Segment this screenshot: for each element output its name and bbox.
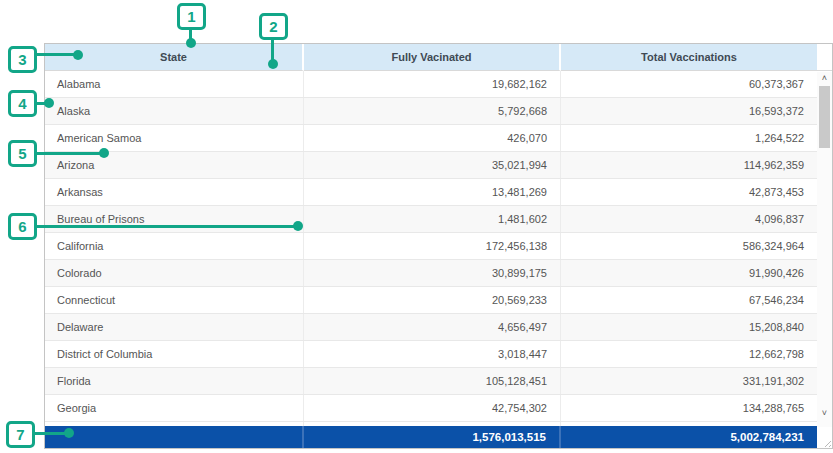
table-row[interactable]: Arizona 35,021,994 114,962,359 (45, 152, 817, 179)
table-row[interactable]: Alabama 19,682,162 60,373,367 (45, 71, 817, 98)
cell-total-vaccinations: 91,990,426 (561, 260, 817, 286)
cell-fully-vaccinated: 35,021,994 (304, 152, 561, 178)
cell-state: Georgia (45, 395, 304, 421)
cell-total-vaccinations: 586,324,964 (561, 233, 817, 259)
total-total-vaccinations: 5,002,784,231 (561, 426, 817, 448)
cell-total-vaccinations: 15,208,840 (561, 314, 817, 340)
scroll-down-icon[interactable]: ˅ (817, 407, 832, 419)
table-row[interactable]: District of Columbia 3,018,447 12,662,79… (45, 341, 817, 368)
cell-fully-vaccinated: 3,018,447 (304, 341, 561, 367)
table-row[interactable]: Florida 105,128,451 331,191,302 (45, 368, 817, 395)
callout-4: 4 (8, 90, 37, 117)
vertical-scrollbar[interactable]: ˄ ˅ (817, 72, 832, 427)
cell-fully-vaccinated: 19,682,162 (304, 71, 561, 97)
cell-state: Alabama (45, 71, 304, 97)
scrollbar-thumb[interactable] (819, 86, 830, 148)
callout-5-dot (99, 148, 109, 158)
cell-total-vaccinations: 12,662,798 (561, 341, 817, 367)
cell-total-vaccinations: 1,264,522 (561, 125, 817, 151)
cell-fully-vaccinated: 105,128,451 (304, 368, 561, 394)
cell-fully-vaccinated: 426,070 (304, 125, 561, 151)
cell-state: American Samoa (45, 125, 304, 151)
cell-total-vaccinations: 67,546,234 (561, 287, 817, 313)
callout-5-line (36, 152, 106, 155)
cell-state: California (45, 233, 304, 259)
table-row[interactable]: California 172,456,138 586,324,964 (45, 233, 817, 260)
vaccinations-table: State Fully Vacinated Total Vaccinations… (44, 43, 833, 449)
scroll-up-icon[interactable]: ˄ (817, 72, 832, 84)
cell-fully-vaccinated: 13,481,269 (304, 179, 561, 205)
callout-3-dot (73, 50, 83, 60)
cell-state: Delaware (45, 314, 304, 340)
header-scrollbar-spacer (817, 44, 832, 71)
table-row[interactable]: Arkansas 13,481,269 42,873,453 (45, 179, 817, 206)
cell-fully-vaccinated: 172,456,138 (304, 233, 561, 259)
table-body: Alabama 19,682,162 60,373,367 Alaska 5,7… (45, 71, 832, 422)
callout-1: 1 (177, 3, 206, 30)
cell-total-vaccinations: 16,593,372 (561, 98, 817, 124)
resize-grip-icon[interactable] (822, 438, 831, 447)
cell-total-vaccinations: 4,096,837 (561, 206, 817, 232)
cell-fully-vaccinated: 4,656,497 (304, 314, 561, 340)
callout-7-dot (64, 428, 74, 438)
cell-state: Bureau of Prisons (45, 206, 304, 232)
table-header-row: State Fully Vacinated Total Vaccinations (45, 44, 832, 71)
callout-2-dot (268, 59, 278, 69)
cell-total-vaccinations: 114,962,359 (561, 152, 817, 178)
cell-total-vaccinations: 134,288,765 (561, 395, 817, 421)
cell-state: District of Columbia (45, 341, 304, 367)
table-row[interactable]: Delaware 4,656,497 15,208,840 (45, 314, 817, 341)
callout-5: 5 (8, 140, 37, 167)
cell-state: Arkansas (45, 179, 304, 205)
cell-total-vaccinations: 331,191,302 (561, 368, 817, 394)
cell-fully-vaccinated: 5,792,668 (304, 98, 561, 124)
cell-state: Florida (45, 368, 304, 394)
cell-total-vaccinations: 60,373,367 (561, 71, 817, 97)
table-row[interactable]: Bureau of Prisons 1,481,602 4,096,837 (45, 206, 817, 233)
cell-state: Arizona (45, 152, 304, 178)
cell-fully-vaccinated: 1,481,602 (304, 206, 561, 232)
callout-4-dot (44, 98, 54, 108)
table-row[interactable]: American Samoa 426,070 1,264,522 (45, 125, 817, 152)
column-header-total-vaccinations[interactable]: Total Vaccinations (561, 44, 817, 71)
callout-6: 6 (8, 213, 37, 240)
table-row[interactable]: Connecticut 20,569,233 67,546,234 (45, 287, 817, 314)
cell-state: Alaska (45, 98, 304, 124)
cell-total-vaccinations: 42,873,453 (561, 179, 817, 205)
table-row[interactable]: Colorado 30,899,175 91,990,426 (45, 260, 817, 287)
callout-3: 3 (8, 46, 37, 73)
callout-6-line (36, 225, 299, 228)
total-fully-vaccinated: 1,576,013,515 (304, 426, 561, 448)
column-header-fully-vaccinated[interactable]: Fully Vacinated (304, 44, 561, 71)
cell-state: Colorado (45, 260, 304, 286)
cell-fully-vaccinated: 30,899,175 (304, 260, 561, 286)
cell-fully-vaccinated: 20,569,233 (304, 287, 561, 313)
table-row[interactable]: Georgia 42,754,302 134,288,765 (45, 395, 817, 422)
table-total-row: 1,576,013,515 5,002,784,231 (45, 426, 817, 448)
cell-state: Connecticut (45, 287, 304, 313)
total-state-cell (45, 426, 304, 448)
column-header-state[interactable]: State (45, 44, 304, 71)
table-row[interactable]: Alaska 5,792,668 16,593,372 (45, 98, 817, 125)
callout-6-dot (293, 221, 303, 231)
cell-fully-vaccinated: 42,754,302 (304, 395, 561, 421)
callout-7: 7 (6, 421, 35, 448)
callout-2: 2 (259, 13, 288, 40)
callout-1-dot (186, 38, 196, 48)
